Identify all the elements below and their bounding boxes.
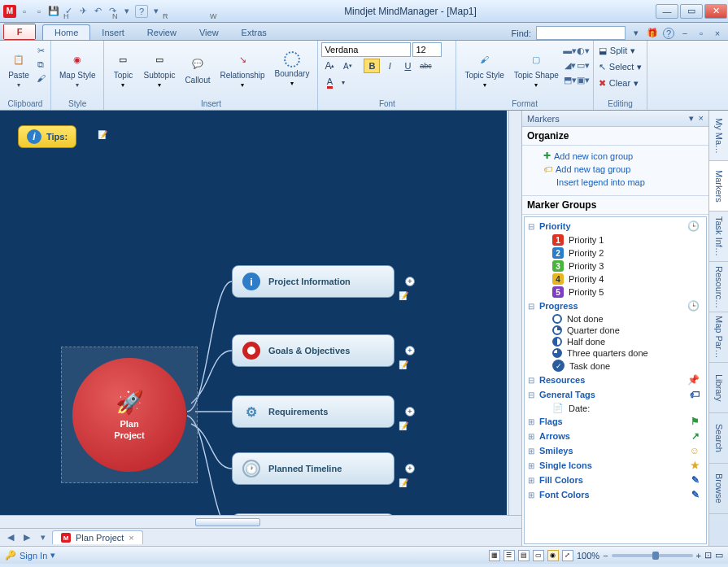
- underline-button[interactable]: U: [399, 59, 416, 73]
- priority-5[interactable]: 5Priority 5: [528, 286, 703, 299]
- group-priority[interactable]: Priority🕒: [528, 219, 703, 233]
- tab-next-icon[interactable]: ▶: [20, 531, 34, 544]
- close-button[interactable]: ✕: [704, 4, 727, 19]
- horizontal-scrollbar[interactable]: [0, 515, 521, 528]
- maximize-button[interactable]: ▭: [680, 4, 703, 19]
- font-name-select[interactable]: [321, 42, 411, 57]
- zoom-in-icon[interactable]: +: [696, 551, 701, 560]
- notes-icon-3[interactable]: 📝: [399, 421, 408, 430]
- add-icon-group-link[interactable]: ✚Add new icon group: [524, 149, 707, 163]
- format-painter-icon[interactable]: 🖌: [34, 72, 47, 85]
- cut-icon[interactable]: ✂: [34, 44, 47, 57]
- group-smileys[interactable]: Smileys☺: [528, 443, 703, 458]
- find-input[interactable]: [536, 26, 626, 40]
- sidetab-mapparts[interactable]: Map Par…: [709, 312, 728, 363]
- group-font-colors[interactable]: Font Colors✎: [528, 487, 703, 502]
- font-color-button[interactable]: A: [321, 75, 338, 89]
- sidetab-markers[interactable]: Markers: [709, 161, 728, 212]
- qat-new-icon[interactable]: ▫: [18, 5, 31, 18]
- font-color-drop-icon[interactable]: ▾: [339, 75, 347, 89]
- doc-close-icon[interactable]: ×: [712, 28, 723, 39]
- branch-requirements[interactable]: ⚙ Requirements 📝 +: [232, 395, 395, 428]
- central-topic-frame[interactable]: 🚀 PlanProject: [61, 347, 198, 483]
- tag-date[interactable]: 📄Date:: [528, 402, 703, 414]
- view-outline-icon[interactable]: ☰: [503, 550, 515, 561]
- sidetab-library[interactable]: Library: [709, 363, 728, 413]
- signin-link[interactable]: 🔑Sign In ▾: [5, 550, 55, 560]
- tab-view[interactable]: View: [188, 25, 230, 40]
- topic-button[interactable]: ▭Topic▾: [107, 42, 138, 96]
- vertical-scrollbar[interactable]: [508, 111, 521, 515]
- markers-dropdown-icon[interactable]: ▾: [689, 113, 694, 123]
- fit-icon[interactable]: ⊡: [704, 550, 712, 560]
- line-icon[interactable]: ◢▾: [564, 59, 577, 72]
- priority-4[interactable]: 4Priority 4: [528, 273, 703, 286]
- doc-minimize-icon[interactable]: −: [679, 28, 691, 39]
- tab-extras[interactable]: Extras: [230, 25, 278, 40]
- marker-tree[interactable]: Priority🕒 1Priority 1 2Priority 2 3Prior…: [524, 216, 707, 544]
- gift-icon[interactable]: 🎁: [647, 28, 658, 39]
- sidetab-resources[interactable]: Resourc…: [709, 262, 728, 312]
- sidetab-browse[interactable]: Browse: [709, 464, 728, 514]
- group-flags[interactable]: Flags⚑: [528, 414, 703, 429]
- fill-icon[interactable]: ▬▾: [564, 44, 577, 57]
- minimize-button[interactable]: —: [656, 4, 678, 19]
- map-canvas[interactable]: i Tips: 📝 🚀 PlanProject i Project Inform: [0, 111, 507, 515]
- help2-icon[interactable]: ?: [663, 28, 674, 39]
- qat-save-icon[interactable]: 💾: [47, 5, 60, 18]
- relationship-button[interactable]: ↘Relationship▾: [216, 42, 270, 96]
- tab-dropdown-icon[interactable]: ▾: [36, 531, 50, 544]
- doc-restore-icon[interactable]: ▫: [695, 28, 707, 39]
- map-tab[interactable]: M Plan Project ×: [52, 530, 143, 544]
- sidetab-taskinfo[interactable]: Task Inf…: [709, 212, 728, 262]
- sidetab-mymaps[interactable]: My Ma…: [709, 111, 728, 161]
- expand-icon[interactable]: +: [405, 277, 415, 286]
- progress-threeq[interactable]: Three quarters done: [528, 347, 703, 359]
- progress-done[interactable]: ✓Task done: [528, 359, 703, 373]
- group-arrows[interactable]: Arrows↗: [528, 429, 703, 443]
- notes-icon-4[interactable]: 📝: [399, 478, 408, 487]
- color3-icon[interactable]: ▣▾: [577, 73, 590, 86]
- color1-icon[interactable]: ◐▾: [577, 44, 590, 57]
- tab-prev-icon[interactable]: ◀: [3, 531, 18, 544]
- markers-close-icon[interactable]: ×: [699, 113, 704, 123]
- progress-notdone[interactable]: Not done: [528, 313, 703, 325]
- topic-style-button[interactable]: 🖌Topic Style▾: [460, 42, 508, 96]
- map-style-button[interactable]: ◉ Map Style ▾: [54, 42, 100, 96]
- sidetab-search[interactable]: Search: [709, 413, 728, 464]
- close-tab-icon[interactable]: ×: [129, 533, 133, 543]
- group-single-icons[interactable]: Single Icons★: [528, 458, 703, 473]
- expand-icon-4[interactable]: +: [405, 464, 415, 473]
- find-dropdown-icon[interactable]: ▾: [630, 28, 642, 39]
- tab-review[interactable]: Review: [136, 25, 188, 40]
- italic-button[interactable]: I: [381, 59, 398, 73]
- font-size-select[interactable]: [412, 42, 442, 57]
- split-button[interactable]: ⬓Split ▾: [597, 42, 637, 59]
- group-progress[interactable]: Progress🕒: [528, 299, 703, 313]
- branch-goals[interactable]: Goals & Objectives 📝 +: [232, 334, 395, 367]
- topic-shape-button[interactable]: ▢Topic Shape▾: [509, 42, 564, 96]
- zoom-label[interactable]: 100%: [577, 551, 599, 560]
- group-fill-colors[interactable]: Fill Colors✎: [528, 473, 703, 487]
- clear-button[interactable]: ✖Clear ▾: [597, 75, 640, 91]
- qat-send-icon[interactable]: ✈: [76, 5, 89, 18]
- tips-topic[interactable]: i Tips:: [18, 125, 76, 148]
- view-walk-icon[interactable]: ◉: [547, 550, 559, 561]
- copy-icon[interactable]: ⧉: [34, 58, 47, 71]
- group-general-tags[interactable]: General Tags🏷: [528, 387, 703, 402]
- priority-2[interactable]: 2Priority 2: [528, 246, 703, 260]
- view-map-icon[interactable]: ▦: [489, 550, 500, 561]
- qat-more-icon[interactable]: ▾: [120, 5, 133, 18]
- add-tag-group-link[interactable]: 🏷Add new tag group: [524, 163, 707, 176]
- view-fit-icon[interactable]: ⤢: [562, 550, 573, 561]
- grow-font-button[interactable]: A▴: [321, 59, 338, 73]
- select-button[interactable]: ↖Select ▾: [597, 59, 644, 75]
- subtopic-button[interactable]: ▭Subtopic▾: [138, 42, 180, 96]
- tab-home[interactable]: Home: [42, 24, 90, 40]
- style3-icon[interactable]: ⬒▾: [564, 73, 577, 86]
- qat-dropdown-icon[interactable]: ▾: [150, 5, 163, 18]
- view-gantt-icon[interactable]: ▤: [518, 550, 530, 561]
- expand-icon-3[interactable]: +: [405, 407, 415, 417]
- shrink-font-button[interactable]: A▾: [339, 59, 355, 73]
- zoom-slider[interactable]: [612, 554, 693, 557]
